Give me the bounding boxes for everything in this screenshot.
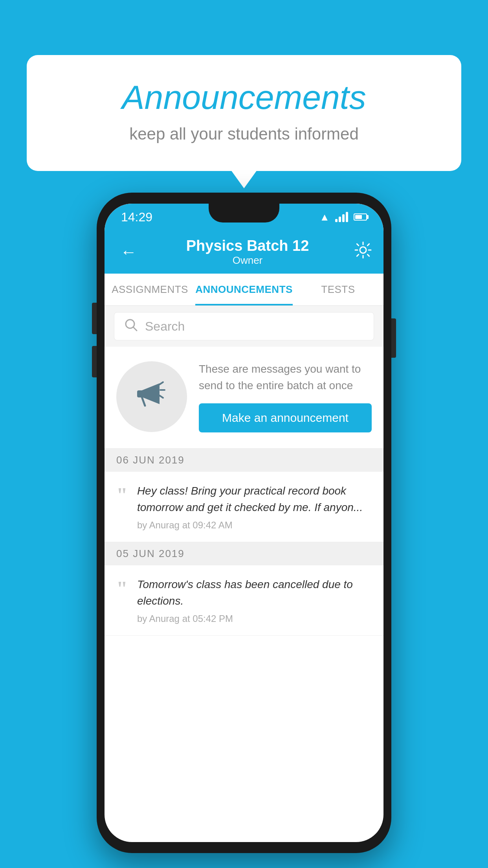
announcement-content-1: Hey class! Bring your practical record b…: [137, 483, 372, 531]
promo-icon-circle: [116, 361, 187, 432]
battery-icon: [354, 213, 367, 221]
quote-icon-1: ": [116, 485, 128, 506]
announcement-meta-1: by Anurag at 09:42 AM: [137, 520, 372, 531]
header-title: Physics Batch 12: [186, 237, 309, 254]
search-placeholder: Search: [145, 319, 185, 334]
phone-mockup: 14:29 ▲: [97, 193, 391, 853]
promo-card: These are messages you want to send to t…: [105, 347, 383, 449]
date-separator-1: 06 JUN 2019: [105, 449, 383, 472]
search-icon: [124, 318, 138, 335]
signal-icon: [335, 212, 348, 222]
make-announcement-button[interactable]: Make an announcement: [199, 403, 372, 432]
announcement-item-2[interactable]: " Tomorrow's class has been cancelled du…: [105, 565, 383, 636]
search-container: Search: [105, 306, 383, 347]
power-button: [391, 318, 396, 358]
announcement-meta-2: by Anurag at 05:42 PM: [137, 613, 372, 624]
wifi-icon: ▲: [319, 211, 330, 223]
date-label-1: 06 JUN 2019: [116, 454, 185, 466]
announcement-item-1[interactable]: " Hey class! Bring your practical record…: [105, 472, 383, 542]
bubble-subtitle: keep all your students informed: [58, 125, 430, 143]
announcement-text-2: Tomorrow's class has been cancelled due …: [137, 576, 372, 609]
announcement-content-2: Tomorrow's class has been cancelled due …: [137, 576, 372, 624]
phone-screen: 14:29 ▲: [105, 204, 383, 842]
app-header: ← Physics Batch 12 Owner: [105, 230, 383, 274]
megaphone-icon: [134, 375, 169, 418]
status-icons: ▲: [319, 211, 367, 223]
svg-line-3: [160, 382, 163, 384]
phone-outer: 14:29 ▲: [97, 193, 391, 853]
search-bar[interactable]: Search: [114, 312, 374, 340]
header-subtitle: Owner: [186, 254, 309, 267]
header-center: Physics Batch 12 Owner: [186, 237, 309, 267]
tab-announcements[interactable]: ANNOUNCEMENTS: [195, 274, 293, 305]
announcement-text-1: Hey class! Bring your practical record b…: [137, 483, 372, 516]
tabs-container: ASSIGNMENTS ANNOUNCEMENTS TESTS: [105, 274, 383, 306]
date-separator-2: 05 JUN 2019: [105, 542, 383, 565]
svg-line-2: [133, 327, 137, 331]
volume-down-button: [92, 346, 97, 377]
promo-content: These are messages you want to send to t…: [199, 361, 372, 432]
svg-point-0: [360, 247, 366, 253]
volume-up-button: [92, 303, 97, 334]
bubble-title: Announcements: [58, 79, 430, 116]
speech-bubble: Announcements keep all your students inf…: [27, 55, 461, 171]
tab-assignments[interactable]: ASSIGNMENTS: [105, 274, 195, 305]
back-button[interactable]: ←: [116, 239, 141, 265]
status-time: 14:29: [121, 210, 152, 224]
phone-notch: [209, 204, 279, 223]
tab-tests[interactable]: TESTS: [293, 274, 383, 305]
settings-button[interactable]: [354, 241, 372, 263]
svg-line-5: [160, 395, 163, 398]
promo-description: These are messages you want to send to t…: [199, 361, 372, 394]
speech-bubble-container: Announcements keep all your students inf…: [27, 55, 461, 171]
screen-content: 14:29 ▲: [105, 204, 383, 842]
quote-icon-2: ": [116, 579, 128, 599]
date-label-2: 05 JUN 2019: [116, 548, 185, 560]
